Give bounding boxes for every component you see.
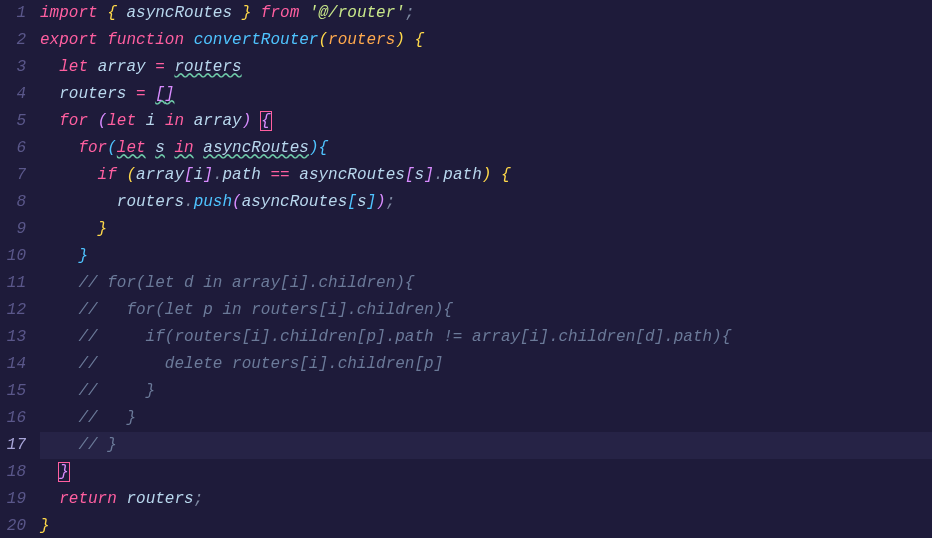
semicolon: ; [386, 193, 396, 211]
code-area[interactable]: import { asyncRoutes } from '@/router'; … [40, 0, 932, 538]
indent [40, 355, 78, 373]
brace-close: } [232, 4, 261, 22]
space [194, 139, 204, 157]
code-line[interactable]: // delete routers[i].children[p] [40, 351, 932, 378]
code-line[interactable]: } [40, 459, 932, 486]
comment: // if(routers[i].children[p].path != arr… [78, 328, 731, 346]
brace-close: } [78, 247, 88, 265]
indent [40, 274, 78, 292]
identifier: array [194, 112, 242, 130]
code-line[interactable]: } [40, 513, 932, 538]
keyword-for: for [78, 139, 107, 157]
operator: == [261, 166, 299, 184]
line-number: 12 [0, 297, 26, 324]
space [117, 490, 127, 508]
identifier: s [415, 166, 425, 184]
keyword-from: from [261, 4, 299, 22]
identifier: i [146, 112, 156, 130]
code-line[interactable]: // } [40, 405, 932, 432]
indent [40, 382, 78, 400]
keyword-in: in [174, 139, 193, 157]
code-editor[interactable]: 1 2 3 4 5 6 7 8 9 10 11 12 13 14 15 16 1… [0, 0, 932, 538]
dot: . [184, 193, 194, 211]
identifier: s [357, 193, 367, 211]
keyword-let: let [59, 58, 88, 76]
line-number: 20 [0, 513, 26, 538]
indent [40, 166, 98, 184]
line-number: 16 [0, 405, 26, 432]
paren-open: ( [107, 139, 117, 157]
indent [40, 139, 78, 157]
bracket-open: [ [405, 166, 415, 184]
comment: // for(let p in routers[i].children){ [78, 301, 452, 319]
identifier: array [98, 58, 146, 76]
paren-close: ) [482, 166, 492, 184]
comment: // } [78, 409, 136, 427]
code-line[interactable]: export function convertRouter(routers) { [40, 27, 932, 54]
line-number: 10 [0, 243, 26, 270]
keyword-let: let [117, 139, 146, 157]
paren-close: ) [242, 112, 252, 130]
line-number: 9 [0, 216, 26, 243]
identifier: i [194, 166, 204, 184]
space [146, 139, 156, 157]
code-line[interactable]: if (array[i].path == asyncRoutes[s].path… [40, 162, 932, 189]
identifier: routers [174, 58, 241, 76]
code-line[interactable]: } [40, 216, 932, 243]
brace-open: { [98, 4, 127, 22]
indent [40, 220, 98, 238]
semicolon: ; [194, 490, 204, 508]
keyword-if: if [98, 166, 117, 184]
code-line[interactable]: for (let i in array) { [40, 108, 932, 135]
code-line[interactable]: import { asyncRoutes } from '@/router'; [40, 0, 932, 27]
string: '@/router' [299, 4, 405, 22]
code-line[interactable]: // for(let d in array[i].children){ [40, 270, 932, 297]
brace-close-matched: } [58, 462, 70, 482]
code-line[interactable]: routers = [] [40, 81, 932, 108]
property: path [443, 166, 481, 184]
brace-open: { [501, 166, 511, 184]
dot: . [434, 166, 444, 184]
brace-open-matched: { [260, 111, 272, 131]
code-line[interactable]: routers.push(asyncRoutes[s]); [40, 189, 932, 216]
code-line-active[interactable]: // } [40, 432, 932, 459]
identifier: routers [59, 85, 126, 103]
method: push [194, 193, 232, 211]
space [88, 58, 98, 76]
code-line[interactable]: } [40, 243, 932, 270]
indent [40, 301, 78, 319]
function-name: convertRouter [194, 31, 319, 49]
code-line[interactable]: return routers; [40, 486, 932, 513]
code-line[interactable]: // for(let p in routers[i].children){ [40, 297, 932, 324]
code-line[interactable]: let array = routers [40, 54, 932, 81]
indent [40, 409, 78, 427]
indent [40, 58, 59, 76]
identifier: routers [117, 193, 184, 211]
space [155, 112, 165, 130]
indent [40, 193, 117, 211]
indent [40, 85, 59, 103]
code-line[interactable]: for(let s in asyncRoutes){ [40, 135, 932, 162]
keyword-function: function [98, 31, 194, 49]
line-number: 4 [0, 81, 26, 108]
paren-close: ) [376, 193, 386, 211]
keyword-let: let [107, 112, 136, 130]
line-number: 2 [0, 27, 26, 54]
operator: = [126, 85, 155, 103]
space [491, 166, 501, 184]
brace-open: { [405, 31, 424, 49]
comment: // } [78, 436, 116, 454]
code-line[interactable]: // } [40, 378, 932, 405]
keyword-return: return [59, 490, 117, 508]
line-number: 8 [0, 189, 26, 216]
paren-close: ) [309, 139, 319, 157]
code-line[interactable]: // if(routers[i].children[p].path != arr… [40, 324, 932, 351]
line-number: 17 [0, 432, 26, 459]
keyword-import: import [40, 4, 98, 22]
semicolon: ; [405, 4, 415, 22]
comment: // } [78, 382, 155, 400]
space [136, 112, 146, 130]
line-number: 7 [0, 162, 26, 189]
indent [40, 436, 78, 454]
line-number: 19 [0, 486, 26, 513]
